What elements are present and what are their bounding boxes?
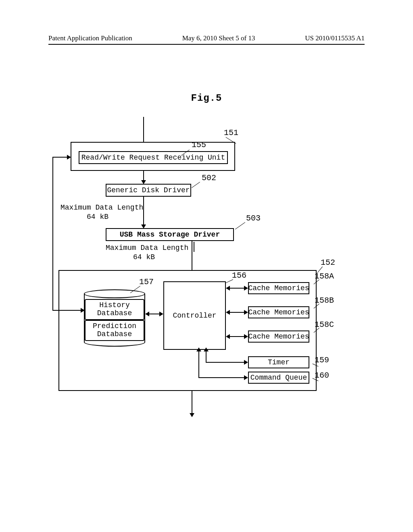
block-cache-a: Cache Memories [248,282,309,294]
block-command-queue: Command Queue [248,372,309,384]
ref-502: 502 [202,173,216,183]
connector-line [229,312,245,313]
header-left: Patent Application Publication [48,34,132,42]
block-label: Command Queue [250,374,307,382]
cylinder-top-icon [84,289,145,298]
arrowhead-up-icon [204,347,209,351]
arrowhead-right-icon [244,334,248,339]
ref-151: 151 [224,128,238,137]
block-cache-b: Cache Memories [248,306,309,318]
connector-line [206,362,245,363]
arrowhead-left-icon [145,312,149,316]
max-length-label-1: Maximum Data Length [60,204,143,212]
connector-line [192,391,192,415]
arrowhead-down-icon [190,413,194,417]
connector-line [194,242,194,252]
arrowhead-left-icon [226,310,230,315]
connector-line [206,350,206,362]
block-generic-driver: Generic Disk Driver [106,184,191,197]
arrowhead-right-icon [244,360,248,365]
connector-line [198,377,245,378]
ref-158B: 158B [315,296,334,305]
header-right: US 2010/0115535 A1 [305,34,365,42]
block-label: Read/Write Request Receiving Unit [81,154,225,162]
block-controller: Controller [163,281,226,350]
block-label: USB Mass Storage Driver [120,231,220,239]
block-cache-c: Cache Memories [248,330,309,343]
connector-line [52,157,53,311]
max-length-value-1: 64 kB [87,213,108,221]
arrowhead-right-icon [244,375,248,380]
ref-159: 159 [315,355,329,365]
arrowhead-left-icon [226,286,230,291]
max-length-value-2: 64 kB [133,253,155,261]
page-header: Patent Application Publication May 6, 20… [48,34,365,45]
block-history-db: HistoryDatabase [85,299,144,320]
block-label: Controller [173,312,216,320]
ref-157: 157 [139,277,154,287]
ref-503: 503 [246,214,261,223]
header-mid: May 6, 2010 Sheet 5 of 13 [182,34,255,42]
ref-156: 156 [232,271,246,280]
block-rw-unit: Read/Write Request Receiving Unit [79,151,228,164]
arrowhead-right-icon [81,308,85,313]
block-label: Generic Disk Driver [107,186,190,194]
arrowhead-right-icon [159,312,163,316]
connector-line [229,288,245,289]
ref-158A: 158A [315,272,334,281]
ref-158C: 158C [315,320,334,329]
block-label: Timer [268,358,290,366]
figure-label: Fig.5 [0,93,413,104]
connector-line [52,157,68,158]
connector-line [229,336,245,337]
block-prediction-db: PredictionDatabase [85,320,144,341]
arrowhead-up-icon [196,347,201,351]
leader-line [192,182,200,188]
block-label: Cache Memories [248,308,309,316]
arrowhead-left-icon [226,334,230,339]
max-length-label-2: Maximum Data Length [106,244,188,252]
block-label: PredictionDatabase [93,322,136,339]
ref-155: 155 [192,140,206,150]
block-label: Cache Memories [248,332,309,341]
ref-160: 160 [315,371,329,380]
connector-line [52,310,85,311]
block-usb-driver: USB Mass Storage Driver [106,228,234,241]
ref-152: 152 [321,258,335,267]
block-label: Cache Memories [248,284,309,292]
arrowhead-right-icon [244,286,248,291]
leader-line [235,222,245,229]
connector-line [198,350,199,378]
connector-line [148,314,161,314]
block-label: HistoryDatabase [97,301,132,318]
arrowhead-right-icon [67,155,71,160]
block-timer: Timer [248,356,309,368]
connector-line [143,197,144,227]
arrowhead-right-icon [244,310,248,315]
